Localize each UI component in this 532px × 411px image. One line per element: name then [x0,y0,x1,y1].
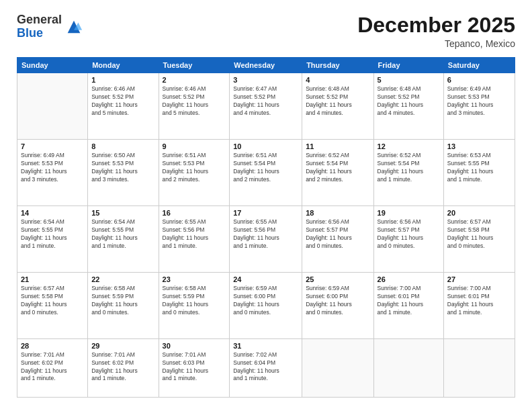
table-row: 12Sunrise: 6:52 AM Sunset: 5:54 PM Dayli… [373,140,443,206]
day-info: Sunrise: 6:52 AM Sunset: 5:54 PM Dayligh… [306,152,369,184]
table-row: 16Sunrise: 6:55 AM Sunset: 5:56 PM Dayli… [159,205,230,272]
day-info: Sunrise: 7:01 AM Sunset: 6:03 PM Dayligh… [163,351,226,383]
day-number: 15 [91,209,154,217]
calendar-header-row: Sunday Monday Tuesday Wednesday Thursday… [17,58,515,73]
table-row: 4Sunrise: 6:48 AM Sunset: 5:52 PM Daylig… [302,73,373,140]
day-number: 8 [91,142,154,150]
day-info: Sunrise: 6:47 AM Sunset: 5:52 PM Dayligh… [233,85,298,118]
day-info: Sunrise: 6:58 AM Sunset: 5:59 PM Dayligh… [163,285,226,317]
day-number: 13 [447,142,511,150]
table-row [17,73,88,140]
day-info: Sunrise: 7:00 AM Sunset: 6:01 PM Dayligh… [447,285,511,317]
table-row: 3Sunrise: 6:47 AM Sunset: 5:52 PM Daylig… [230,73,302,140]
table-row: 29Sunrise: 7:01 AM Sunset: 6:02 PM Dayli… [88,338,159,397]
day-number: 5 [378,76,440,84]
table-row [443,338,515,397]
table-row: 26Sunrise: 7:00 AM Sunset: 6:01 PM Dayli… [373,272,443,338]
day-number: 22 [91,275,154,283]
day-info: Sunrise: 6:57 AM Sunset: 5:58 PM Dayligh… [21,285,84,317]
day-number: 7 [21,142,84,150]
col-thursday: Thursday [302,58,373,73]
day-info: Sunrise: 6:55 AM Sunset: 5:56 PM Dayligh… [163,218,226,250]
day-number: 4 [306,76,369,84]
table-row [302,338,373,397]
table-row: 25Sunrise: 6:59 AM Sunset: 6:00 PM Dayli… [302,272,373,338]
logo: General Blue [17,13,83,40]
col-wednesday: Wednesday [230,58,302,73]
header: General Blue December 2025 Tepanco, Mexi… [17,13,515,49]
table-row: 8Sunrise: 6:50 AM Sunset: 5:53 PM Daylig… [88,140,159,206]
day-info: Sunrise: 6:54 AM Sunset: 5:55 PM Dayligh… [21,218,84,250]
day-number: 6 [447,76,511,84]
table-row: 2Sunrise: 6:46 AM Sunset: 5:52 PM Daylig… [159,73,230,140]
day-info: Sunrise: 6:52 AM Sunset: 5:54 PM Dayligh… [378,152,440,184]
title-block: December 2025 Tepanco, Mexico [357,13,515,49]
day-number: 24 [233,275,298,283]
day-info: Sunrise: 6:50 AM Sunset: 5:53 PM Dayligh… [91,152,154,184]
day-info: Sunrise: 6:58 AM Sunset: 5:59 PM Dayligh… [91,285,154,317]
col-friday: Friday [373,58,443,73]
table-row: 7Sunrise: 6:49 AM Sunset: 5:53 PM Daylig… [17,140,88,206]
table-row: 18Sunrise: 6:56 AM Sunset: 5:57 PM Dayli… [302,205,373,272]
col-sunday: Sunday [17,58,88,73]
day-number: 30 [163,342,226,350]
month-title: December 2025 [357,13,515,37]
table-row: 11Sunrise: 6:52 AM Sunset: 5:54 PM Dayli… [302,140,373,206]
day-number: 31 [233,342,298,350]
day-info: Sunrise: 6:56 AM Sunset: 5:57 PM Dayligh… [378,218,440,250]
day-info: Sunrise: 6:48 AM Sunset: 5:52 PM Dayligh… [306,85,369,118]
calendar-week-row: 21Sunrise: 6:57 AM Sunset: 5:58 PM Dayli… [17,272,515,338]
day-info: Sunrise: 7:00 AM Sunset: 6:01 PM Dayligh… [378,285,440,317]
day-info: Sunrise: 6:55 AM Sunset: 5:56 PM Dayligh… [233,218,298,250]
day-number: 16 [163,209,226,217]
day-info: Sunrise: 7:02 AM Sunset: 6:04 PM Dayligh… [233,351,298,383]
day-number: 10 [233,142,298,150]
day-info: Sunrise: 7:01 AM Sunset: 6:02 PM Dayligh… [21,351,84,383]
location-subtitle: Tepanco, Mexico [357,38,515,49]
day-number: 9 [163,142,226,150]
calendar-week-row: 28Sunrise: 7:01 AM Sunset: 6:02 PM Dayli… [17,338,515,397]
table-row: 17Sunrise: 6:55 AM Sunset: 5:56 PM Dayli… [230,205,302,272]
day-number: 27 [447,275,511,283]
table-row: 9Sunrise: 6:51 AM Sunset: 5:53 PM Daylig… [159,140,230,206]
table-row: 19Sunrise: 6:56 AM Sunset: 5:57 PM Dayli… [373,205,443,272]
day-number: 26 [378,275,440,283]
day-number: 25 [306,275,369,283]
day-number: 12 [378,142,440,150]
day-info: Sunrise: 6:57 AM Sunset: 5:58 PM Dayligh… [447,218,511,250]
day-number: 18 [306,209,369,217]
day-info: Sunrise: 6:56 AM Sunset: 5:57 PM Dayligh… [306,218,369,250]
col-monday: Monday [88,58,159,73]
logo-text: General Blue [17,13,62,40]
day-info: Sunrise: 6:53 AM Sunset: 5:55 PM Dayligh… [447,152,511,184]
day-info: Sunrise: 6:59 AM Sunset: 6:00 PM Dayligh… [233,285,298,317]
table-row: 28Sunrise: 7:01 AM Sunset: 6:02 PM Dayli… [17,338,88,397]
table-row: 15Sunrise: 6:54 AM Sunset: 5:55 PM Dayli… [88,205,159,272]
calendar-week-row: 7Sunrise: 6:49 AM Sunset: 5:53 PM Daylig… [17,140,515,206]
day-number: 1 [91,76,154,84]
table-row [373,338,443,397]
table-row: 13Sunrise: 6:53 AM Sunset: 5:55 PM Dayli… [443,140,515,206]
table-row: 31Sunrise: 7:02 AM Sunset: 6:04 PM Dayli… [230,338,302,397]
day-info: Sunrise: 6:46 AM Sunset: 5:52 PM Dayligh… [163,85,226,118]
table-row: 23Sunrise: 6:58 AM Sunset: 5:59 PM Dayli… [159,272,230,338]
table-row: 14Sunrise: 6:54 AM Sunset: 5:55 PM Dayli… [17,205,88,272]
day-number: 17 [233,209,298,217]
table-row: 24Sunrise: 6:59 AM Sunset: 6:00 PM Dayli… [230,272,302,338]
col-tuesday: Tuesday [159,58,230,73]
table-row: 30Sunrise: 7:01 AM Sunset: 6:03 PM Dayli… [159,338,230,397]
day-info: Sunrise: 6:49 AM Sunset: 5:53 PM Dayligh… [21,152,84,184]
day-number: 11 [306,142,369,150]
day-number: 21 [21,275,84,283]
table-row: 22Sunrise: 6:58 AM Sunset: 5:59 PM Dayli… [88,272,159,338]
day-number: 3 [233,76,298,84]
calendar-table: Sunday Monday Tuesday Wednesday Thursday… [17,57,515,398]
day-number: 23 [163,275,226,283]
day-info: Sunrise: 6:54 AM Sunset: 5:55 PM Dayligh… [91,218,154,250]
table-row: 6Sunrise: 6:49 AM Sunset: 5:53 PM Daylig… [443,73,515,140]
day-info: Sunrise: 6:48 AM Sunset: 5:52 PM Dayligh… [378,85,440,118]
col-saturday: Saturday [443,58,515,73]
table-row: 20Sunrise: 6:57 AM Sunset: 5:58 PM Dayli… [443,205,515,272]
logo-icon [64,17,83,36]
calendar-week-row: 1Sunrise: 6:46 AM Sunset: 5:52 PM Daylig… [17,73,515,140]
